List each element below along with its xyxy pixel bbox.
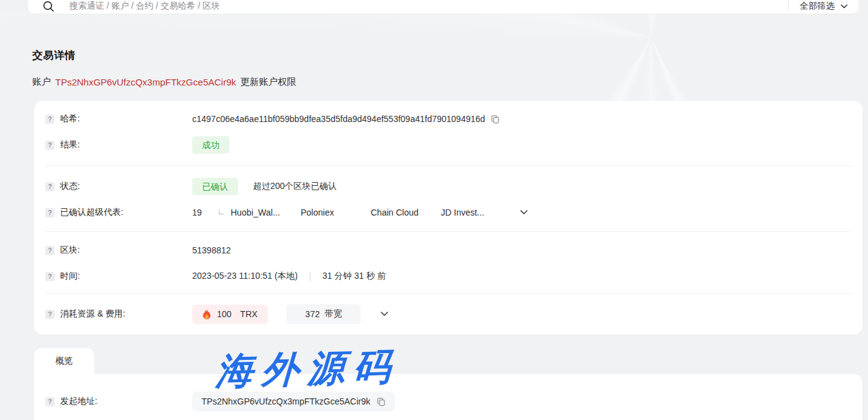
sr-name[interactable]: Poloniex <box>301 208 371 217</box>
time-ago: 31 分钟 31 秒 前 <box>322 271 386 282</box>
status-label: 状态: <box>60 181 80 192</box>
chevron-down-icon <box>520 210 528 215</box>
sr-name[interactable]: Huobi_Wal... <box>231 208 301 217</box>
result-label: 结果: <box>60 139 80 151</box>
time-label-group: ? 时间: <box>45 271 192 282</box>
bandwidth-amount: 372 <box>305 309 319 319</box>
summary-suffix: 更新账户权限 <box>241 76 296 88</box>
hash-row: ? 哈希: c1497c06e4a6ae11bf059bb9dfea35d5fd… <box>45 106 851 132</box>
copy-icon[interactable] <box>490 115 500 124</box>
owner-address-value[interactable]: TPs2NhxGP6vUfzcQx3mpFTkzGce5ACir9k <box>202 396 370 406</box>
help-icon[interactable]: ? <box>45 397 55 406</box>
resources-label: 消耗资源 & 费用: <box>60 308 125 320</box>
summary-prefix: 账户 <box>32 76 51 88</box>
time-separator: ｜ <box>306 271 314 282</box>
time-row: ? 时间: 2023-05-23 11:10:51 (本地) ｜ 31 分钟 3… <box>45 263 851 289</box>
sr-label: 已确认超级代表: <box>60 207 123 218</box>
result-row: ? 结果: 成功 <box>45 132 851 158</box>
hash-label: 哈希: <box>60 113 80 125</box>
status-label-group: ? 状态: <box>45 181 192 192</box>
owner-label: 发起地址: <box>60 396 97 407</box>
help-icon[interactable]: ? <box>45 310 55 319</box>
flame-icon <box>203 309 211 320</box>
tab-overview[interactable]: 概览 <box>34 348 94 374</box>
sr-name[interactable]: Chain Cloud <box>371 208 441 217</box>
transaction-summary: 账户 TPs2NhxGP6vUfzcQx3mpFTkzGce5ACir9k 更新… <box>32 76 296 88</box>
expand-sr-list[interactable] <box>520 210 528 215</box>
bandwidth-unit: 带宽 <box>325 308 342 320</box>
help-icon[interactable]: ? <box>45 246 55 255</box>
hash-value: c1497c06e4a6ae11bf059bb9dfea35d5fda9d494… <box>192 114 485 124</box>
copy-icon[interactable] <box>376 397 386 406</box>
burned-trx-badge: 100 TRX <box>192 305 268 324</box>
resources-label-group: ? 消耗资源 & 费用: <box>45 308 192 320</box>
time-label: 时间: <box>60 271 80 282</box>
divider <box>45 165 851 166</box>
owner-address-chip: TPs2NhxGP6vUfzcQx3mpFTkzGce5ACir9k <box>192 392 395 411</box>
bandwidth-badge: 372 带宽 <box>286 304 360 324</box>
expand-resources[interactable] <box>381 312 388 317</box>
hash-label-group: ? 哈希: <box>45 113 192 125</box>
block-label: 区块: <box>60 245 80 256</box>
time-value: 2023-05-23 11:10:51 (本地) <box>192 271 298 282</box>
search-filter-dropdown[interactable]: 全部筛选 <box>788 0 850 12</box>
owner-label-group: ? 发起地址: <box>45 396 192 407</box>
help-icon[interactable]: ? <box>45 182 55 191</box>
owner-address-row: ? 发起地址: TPs2NhxGP6vUfzcQx3mpFTkzGce5ACir… <box>45 390 851 413</box>
divider <box>45 293 851 294</box>
divider <box>45 231 851 232</box>
status-badge: 已确认 <box>192 178 238 195</box>
block-value[interactable]: 51398812 <box>192 245 231 255</box>
chevron-down-icon <box>381 312 388 317</box>
corner-icon <box>218 208 224 217</box>
status-row: ? 状态: 已确认 超过200个区块已确认 <box>45 173 851 199</box>
sr-label-group: ? 已确认超级代表: <box>45 207 192 218</box>
block-label-group: ? 区块: <box>45 245 192 256</box>
search-icon[interactable] <box>43 1 55 12</box>
page-title: 交易详情 <box>32 48 76 63</box>
sr-name[interactable]: JD Invest... <box>441 208 511 217</box>
burn-unit: TRX <box>240 309 257 319</box>
filter-label: 全部筛选 <box>800 0 835 12</box>
sr-count: 19 <box>192 208 218 217</box>
search-input[interactable]: 搜索通证 / 账户 / 合约 / 交易哈希 / 区块 <box>69 0 220 12</box>
result-badge: 成功 <box>192 136 229 154</box>
chevron-down-icon <box>841 4 848 9</box>
help-icon[interactable]: ? <box>45 141 55 150</box>
help-icon[interactable]: ? <box>45 115 55 124</box>
help-icon[interactable]: ? <box>45 208 55 217</box>
account-link[interactable]: TPs2NhxGP6vUfzcQx3mpFTkzGce5ACir9k <box>55 77 236 87</box>
status-note: 超过200个区块已确认 <box>253 181 337 192</box>
search-bar: 搜索通证 / 账户 / 合约 / 交易哈希 / 区块 全部筛选 <box>28 0 859 14</box>
confirmed-sr-row: ? 已确认超级代表: 19 Huobi_Wal... Poloniex Chai… <box>45 199 851 225</box>
overview-card: ? 发起地址: TPs2NhxGP6vUfzcQx3mpFTkzGce5ACir… <box>34 374 862 420</box>
resources-row: ? 消耗资源 & 费用: 100 TRX 372 带宽 <box>45 301 851 327</box>
transaction-detail-card: ? 哈希: c1497c06e4a6ae11bf059bb9dfea35d5fd… <box>34 101 862 335</box>
block-row: ? 区块: 51398812 <box>45 237 851 263</box>
help-icon[interactable]: ? <box>45 272 55 281</box>
result-label-group: ? 结果: <box>45 139 192 151</box>
burn-amount: 100 <box>217 309 231 319</box>
